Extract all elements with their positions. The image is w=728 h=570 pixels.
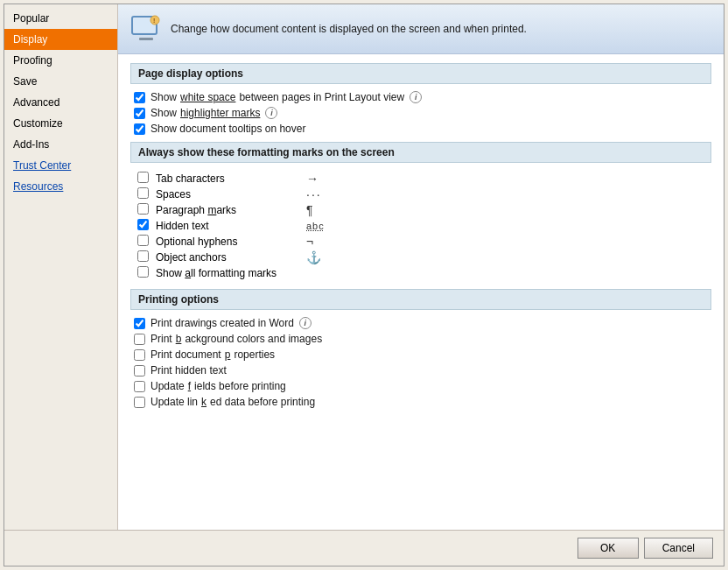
update-linked-label[interactable]: Update linked data before printing [150,396,315,408]
checkbox-tooltips-label[interactable]: Show document tooltips on hover [150,123,305,135]
checkbox-all-marks-input[interactable] [137,266,149,278]
hidden-label[interactable]: Hidden text [156,220,209,232]
checkbox-highlighter: Show highlighter marks i [130,107,711,119]
checkbox-drawings-input[interactable] [134,318,145,329]
doc-props-label[interactable]: Print document properties [150,348,275,361]
svg-rect-3 [139,38,153,40]
checkbox-hidden-text: Print hidden text [130,364,711,376]
content-area: Page display options Show white space be… [118,54,724,530]
checkbox-update-linked-input[interactable] [134,397,145,408]
checkbox-update-fields-input[interactable] [134,381,145,392]
checkbox-paragraph-input[interactable] [137,203,149,215]
checkbox-anchors-input[interactable] [137,250,149,262]
marks-row-paragraph: Paragraph marks ¶ [137,203,325,217]
formatting-marks-section-header: Always show these formatting marks on th… [130,142,711,163]
header-description: Change how document content is displayed… [171,23,527,35]
marks-row-spaces: Spaces ··· [137,187,325,201]
checkbox-white-space-input[interactable] [134,92,145,103]
drawings-label[interactable]: Print drawings created in Word i [150,317,312,329]
checkbox-white-space: Show white space between pages in Print … [130,91,711,103]
checkbox-doc-props-input[interactable] [134,349,145,361]
checkbox-spaces-input[interactable] [137,187,149,199]
checkbox-doc-props: Print document properties [130,348,711,361]
all-marks-label[interactable]: Show all formatting marks [156,267,276,279]
sidebar-item-proofing[interactable]: Proofing [4,50,117,71]
tab-label[interactable]: Tab characters [156,172,225,185]
sidebar-item-customize[interactable]: Customize [4,113,117,134]
button-bar: OK Cancel [4,530,724,566]
marks-row-all: Show all formatting marks [137,266,325,280]
main-content: ! Change how document content is display… [118,4,724,530]
checkbox-white-space-label[interactable]: Show white space between pages in Print … [150,91,422,103]
checkbox-update-fields: Update fields before printing [130,380,711,392]
sidebar-item-resources[interactable]: Resources [4,176,117,197]
checkbox-tooltips: Show document tooltips on hover [130,123,711,135]
sidebar-item-trust-center[interactable]: Trust Center [4,155,117,176]
ok-button[interactable]: OK [578,538,639,559]
cancel-button[interactable]: Cancel [644,538,713,559]
anchors-label[interactable]: Object anchors [156,251,227,264]
sidebar-item-add-ins[interactable]: Add-Ins [4,134,117,155]
marks-row-tab: Tab characters → [137,172,325,186]
spaces-label[interactable]: Spaces [156,188,191,201]
checkbox-hidden-input[interactable] [137,219,149,230]
checkbox-bg-colors-input[interactable] [134,334,145,345]
paragraph-label[interactable]: Paragraph marks [156,204,236,216]
white-space-info-icon: i [410,91,422,103]
display-icon: ! [130,13,162,45]
content-header: ! Change how document content is display… [118,4,724,54]
marks-row-hidden: Hidden text abc [137,219,325,233]
drawings-info-icon: i [299,317,312,329]
sidebar-item-advanced[interactable]: Advanced [4,92,117,113]
checkbox-update-linked: Update linked data before printing [130,396,711,408]
sidebar-item-popular[interactable]: Popular [4,8,117,29]
highlighter-info-icon: i [265,107,277,119]
bg-colors-label[interactable]: Print background colors and images [150,333,322,345]
checkbox-drawings: Print drawings created in Word i [130,317,711,329]
checkbox-highlighter-label[interactable]: Show highlighter marks i [150,107,277,119]
checkbox-highlighter-input[interactable] [134,108,145,119]
page-display-section-header: Page display options [130,63,711,84]
checkbox-hyphens-input[interactable] [137,235,149,246]
marks-row-anchors: Object anchors ⚓ [137,250,325,264]
checkbox-bg-colors: Print background colors and images [130,333,711,345]
sidebar: Popular Display Proofing Save Advanced C… [4,4,118,530]
svg-text:!: ! [153,18,155,24]
checkbox-tooltips-input[interactable] [134,123,145,135]
hidden-text-label[interactable]: Print hidden text [150,364,227,376]
checkbox-tab-input[interactable] [137,172,149,183]
update-fields-label[interactable]: Update fields before printing [150,380,286,392]
marks-row-hyphens: Optional hyphens ¬ [137,235,325,249]
printing-section-header: Printing options [130,289,711,310]
checkbox-hidden-text-input[interactable] [134,365,145,376]
hyphens-label[interactable]: Optional hyphens [156,236,237,248]
sidebar-item-save[interactable]: Save [4,71,117,92]
sidebar-item-display[interactable]: Display [4,29,117,50]
